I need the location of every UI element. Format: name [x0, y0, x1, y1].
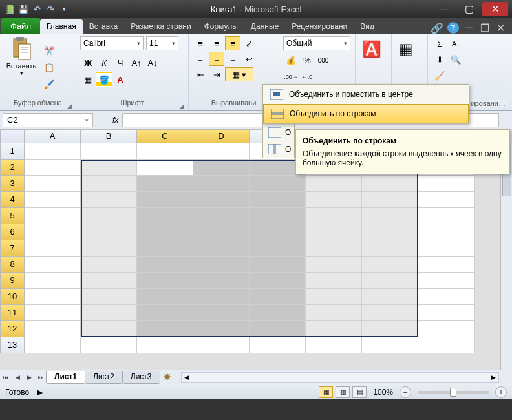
- format-painter-button[interactable]: 🖌️: [41, 78, 57, 92]
- cell[interactable]: [193, 160, 250, 176]
- cell[interactable]: [418, 224, 475, 240]
- cell[interactable]: [250, 192, 306, 208]
- sort-button[interactable]: А↓: [448, 36, 464, 50]
- cell[interactable]: [306, 337, 362, 353]
- cell[interactable]: [362, 289, 418, 305]
- cell[interactable]: [25, 176, 81, 192]
- name-box[interactable]: C2▾: [3, 113, 93, 127]
- increase-indent-button[interactable]: ⇥: [209, 67, 224, 81]
- cell[interactable]: [137, 143, 193, 160]
- cell[interactable]: [81, 273, 137, 289]
- percent-button[interactable]: %: [299, 53, 315, 67]
- cell[interactable]: [25, 240, 81, 257]
- cell[interactable]: [193, 305, 250, 321]
- maximize-button[interactable]: ▢: [456, 2, 482, 16]
- cell[interactable]: [306, 257, 362, 273]
- align-right-button[interactable]: ≡: [225, 52, 240, 66]
- cell[interactable]: [25, 337, 81, 353]
- shrink-font-button[interactable]: A↓: [145, 56, 160, 70]
- bold-button[interactable]: Ж: [80, 56, 96, 70]
- view-normal-button[interactable]: ▦: [319, 386, 333, 398]
- cell[interactable]: [81, 192, 137, 208]
- undo-icon[interactable]: ↶: [31, 3, 43, 15]
- cell[interactable]: [418, 208, 475, 224]
- cell[interactable]: [418, 289, 475, 305]
- tab-formulas[interactable]: Формулы: [198, 19, 244, 34]
- cell[interactable]: [25, 160, 81, 176]
- cell[interactable]: [137, 337, 193, 353]
- font-size-combo[interactable]: 11▾: [146, 36, 178, 50]
- cell[interactable]: [81, 143, 137, 160]
- minimize-button[interactable]: ─: [431, 2, 456, 16]
- cell[interactable]: [362, 273, 418, 289]
- cell[interactable]: [81, 337, 137, 353]
- cell[interactable]: [81, 305, 137, 321]
- horizontal-scrollbar[interactable]: ◀▶: [181, 372, 499, 383]
- sheet-tab-2[interactable]: Лист2: [85, 371, 123, 384]
- cell[interactable]: [250, 305, 306, 321]
- sheet-tab-3[interactable]: Лист3: [122, 371, 160, 384]
- increase-decimal-button[interactable]: .00→: [283, 70, 299, 84]
- row-header[interactable]: 5: [0, 208, 25, 224]
- view-page-layout-button[interactable]: ▥: [336, 386, 350, 398]
- underline-button[interactable]: Ч: [112, 56, 128, 70]
- row-header[interactable]: 9: [0, 273, 25, 289]
- sheet-nav-first-icon[interactable]: ⏮: [0, 372, 12, 383]
- fx-icon[interactable]: fx: [112, 116, 118, 125]
- number-format-combo[interactable]: Общий▾: [283, 36, 350, 50]
- cell[interactable]: [25, 143, 81, 160]
- vertical-scrollbar[interactable]: [500, 143, 512, 370]
- zoom-out-button[interactable]: −: [400, 386, 411, 398]
- cell[interactable]: [250, 289, 306, 305]
- fill-button[interactable]: ⬇: [432, 52, 447, 67]
- cell[interactable]: [25, 192, 81, 208]
- cell[interactable]: [25, 257, 81, 273]
- cell[interactable]: [25, 273, 81, 289]
- decrease-decimal-button[interactable]: ←.0: [299, 70, 315, 84]
- zoom-value[interactable]: 100%: [373, 388, 393, 397]
- cell[interactable]: [250, 240, 306, 257]
- zoom-slider-thumb[interactable]: [450, 388, 456, 397]
- cell[interactable]: [250, 224, 306, 240]
- cell[interactable]: [193, 240, 250, 257]
- cell[interactable]: [81, 160, 137, 176]
- new-sheet-icon[interactable]: ✸: [163, 371, 176, 383]
- cell[interactable]: [25, 224, 81, 240]
- cell[interactable]: [362, 321, 418, 337]
- select-all-corner[interactable]: [0, 129, 25, 143]
- column-header[interactable]: B: [81, 129, 137, 143]
- cell[interactable]: [137, 176, 193, 192]
- row-header[interactable]: 7: [0, 240, 25, 257]
- autosum-button[interactable]: Σ: [432, 36, 447, 50]
- clear-button[interactable]: 🧹: [432, 68, 447, 83]
- cell[interactable]: [362, 208, 418, 224]
- help-icon[interactable]: ?: [447, 22, 459, 34]
- cell[interactable]: [81, 321, 137, 337]
- cell[interactable]: [137, 224, 193, 240]
- cell[interactable]: [306, 224, 362, 240]
- merge-cells-menuitem[interactable]: О: [263, 124, 294, 141]
- tab-home[interactable]: Главная: [40, 19, 83, 34]
- cell[interactable]: [81, 289, 137, 305]
- cell[interactable]: [418, 337, 475, 353]
- row-header[interactable]: 11: [0, 305, 25, 321]
- row-header[interactable]: 10: [0, 289, 25, 305]
- namebox-dropdown-icon[interactable]: ▾: [85, 117, 89, 123]
- align-center-button[interactable]: ≡: [209, 52, 224, 66]
- cell[interactable]: [418, 176, 475, 192]
- cell[interactable]: [81, 208, 137, 224]
- zoom-in-button[interactable]: +: [495, 386, 507, 398]
- merge-center-menuitem[interactable]: Объединить и поместить в центре: [263, 85, 469, 104]
- row-header[interactable]: 8: [0, 257, 25, 273]
- fill-color-button[interactable]: 🪣: [96, 72, 112, 87]
- cell[interactable]: [306, 273, 362, 289]
- cell[interactable]: [81, 176, 137, 192]
- cell[interactable]: [137, 240, 193, 257]
- merge-across-menuitem[interactable]: Объединить по строкам: [263, 104, 469, 123]
- copy-button[interactable]: 📋: [41, 61, 57, 75]
- cell[interactable]: [250, 321, 306, 337]
- cell[interactable]: [193, 208, 250, 224]
- cell[interactable]: [193, 176, 250, 192]
- cell[interactable]: [362, 176, 418, 192]
- comma-button[interactable]: 000: [315, 53, 331, 67]
